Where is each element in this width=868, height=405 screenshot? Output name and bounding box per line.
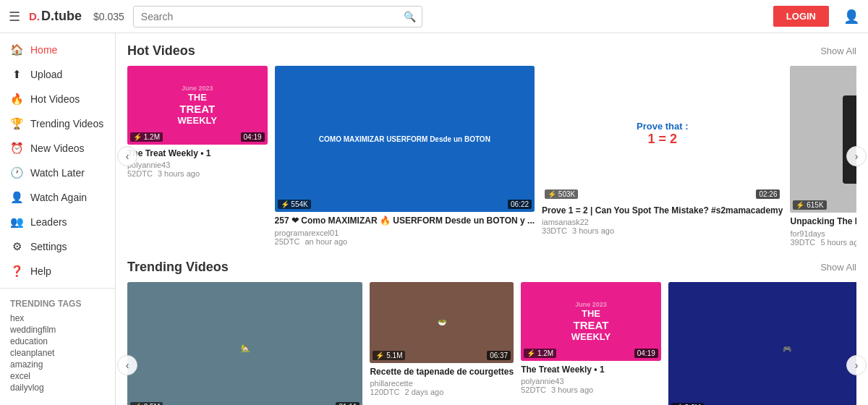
header: ☰ D.D.tube $0.035 🔍 LOGIN 👤 bbox=[0, 0, 868, 33]
user-icon[interactable]: 👤 bbox=[843, 9, 859, 25]
video-duration: 04:19 bbox=[634, 349, 658, 358]
sidebar-item-watch-again[interactable]: 👤 Watch Again bbox=[0, 185, 115, 210]
video-card[interactable]: June 2023 THE TREAT WEEKLY ⚡ 1.2M 04:19 … bbox=[521, 282, 661, 405]
logo[interactable]: D.D.tube bbox=[29, 9, 82, 24]
video-time: 3 hours ago bbox=[572, 226, 614, 235]
sidebar-item-label: Help bbox=[30, 265, 51, 277]
sidebar-item-trending-videos[interactable]: 🏆 Trending Videos bbox=[0, 111, 115, 136]
trending-videos-title: Trending Videos bbox=[127, 260, 229, 275]
video-card[interactable]: 🎮 ⚡ 3.6M 04:33 Think wrong best clutch P… bbox=[668, 282, 856, 405]
tag-dailyvlog[interactable]: dailyvlog bbox=[10, 383, 105, 393]
hot-carousel-right[interactable]: › bbox=[846, 146, 867, 166]
video-meta: polyannie43 52DTC 3 hours ago bbox=[127, 161, 268, 178]
video-duration: 06:37 bbox=[487, 351, 511, 360]
video-info: Unpacking The New MacBook Air 15 inch 20… bbox=[790, 216, 856, 247]
tag-education[interactable]: education bbox=[10, 336, 105, 346]
video-author: programarexcel01 bbox=[275, 229, 339, 237]
video-title: The Treat Weekly • 1 bbox=[521, 364, 661, 376]
video-info: The Treat Weekly • 1 polyannie43 52DTC 3… bbox=[127, 148, 268, 179]
help-icon: ❓ bbox=[10, 265, 23, 278]
video-info: 257 ❤ Como MAXIMIZAR 🔥 USERFORM Desde un… bbox=[275, 216, 535, 246]
sidebar-item-label: Upload bbox=[30, 69, 62, 80]
video-info: Recette de tapenade de courgettes philla… bbox=[370, 367, 514, 397]
sidebar-item-label: Hot Videos bbox=[30, 93, 80, 105]
clock-icon: ⏰ bbox=[10, 142, 23, 155]
tag-list: hex weddingfilm education cleanplanet am… bbox=[10, 313, 105, 393]
sidebar-item-settings[interactable]: ⚙ Settings bbox=[0, 234, 115, 259]
section-header-trending: Trending Videos Show All bbox=[127, 260, 856, 275]
search-button[interactable]: 🔍 bbox=[398, 11, 422, 22]
video-duration: 01:11 bbox=[336, 402, 359, 405]
video-dtc: 120DTC bbox=[370, 388, 399, 396]
hot-videos-row: June 2023 THE TREAT WEEKLY ⚡ 1.2M 04:19 … bbox=[127, 66, 856, 247]
sidebar-item-label: Watch Again bbox=[30, 192, 87, 203]
video-power: ⚡ 5.1M bbox=[373, 351, 405, 360]
video-card[interactable]: 🥗 ⚡ 5.1M 06:37 Recette de tapenade de co… bbox=[370, 282, 514, 405]
sidebar-item-new-videos[interactable]: ⏰ New Videos bbox=[0, 136, 115, 161]
video-title: Prove 1 = 2 | Can You Spot The Mistake? … bbox=[542, 205, 783, 217]
video-power: ⚡ 2.5M bbox=[130, 402, 163, 405]
video-title: 257 ❤ Como MAXIMIZAR 🔥 USERFORM Desde un… bbox=[275, 216, 535, 227]
section-header-hot: Hot Videos Show All bbox=[127, 43, 856, 59]
video-card[interactable]: COMO MAXIMIZAR USERFORM Desde un BOTON ⚡… bbox=[275, 66, 535, 247]
video-meta: phillarecette 120DTC 2 days ago bbox=[370, 379, 514, 396]
trending-videos-show-all[interactable]: Show All bbox=[820, 262, 856, 273]
sidebar-item-help[interactable]: ❓ Help bbox=[0, 259, 115, 284]
video-author: phillarecette bbox=[370, 379, 412, 388]
video-dtc: 52DTC bbox=[521, 385, 546, 394]
video-card[interactable]: Prove that : 1 = 2 ⚡ 503K 02:26 Prove 1 … bbox=[542, 66, 783, 247]
search-input[interactable] bbox=[134, 7, 398, 27]
video-thumbnail: June 2023 THE TREAT WEEKLY ⚡ 1.2M 04:19 bbox=[521, 282, 661, 361]
video-time: 3 hours ago bbox=[158, 169, 200, 178]
trending-videos-row: 🏡 ⚡ 2.5M 01:11 Lauren & Taylor Huskey We… bbox=[127, 282, 856, 405]
video-time: an hour ago bbox=[305, 237, 348, 246]
video-meta: iamsanask22 33DTC 3 hours ago bbox=[542, 218, 783, 235]
video-meta: for91days 39DTC 5 hours ago bbox=[790, 229, 856, 247]
video-duration: 04:19 bbox=[241, 132, 265, 142]
video-power: ⚡ 554K bbox=[278, 200, 311, 209]
hot-carousel-left[interactable]: ‹ bbox=[117, 146, 137, 166]
video-power: ⚡ 615K bbox=[793, 200, 826, 210]
video-card[interactable]: June 2023 THE TREAT WEEKLY ⚡ 1.2M 04:19 … bbox=[127, 66, 268, 247]
tag-weddingfilm[interactable]: weddingfilm bbox=[10, 325, 105, 335]
video-thumbnail: 🏡 ⚡ 2.5M 01:11 bbox=[127, 282, 362, 405]
video-info: The Treat Weekly • 1 polyannie43 52DTC 3… bbox=[521, 364, 661, 395]
fire-icon: 🔥 bbox=[10, 93, 23, 106]
menu-icon[interactable]: ☰ bbox=[9, 9, 20, 25]
login-button[interactable]: LOGIN bbox=[773, 6, 829, 27]
hot-videos-show-all[interactable]: Show All bbox=[820, 46, 856, 56]
video-title: The Treat Weekly • 1 bbox=[127, 148, 268, 160]
sidebar-item-watch-later[interactable]: 🕐 Watch Later bbox=[0, 161, 115, 185]
trending-tags-title: TRENDING TAGS bbox=[10, 299, 105, 309]
video-power: ⚡ 1.2M bbox=[130, 132, 163, 142]
trending-icon: 🏆 bbox=[10, 117, 23, 130]
video-card[interactable]: 🏡 ⚡ 2.5M 01:11 Lauren & Taylor Huskey We… bbox=[127, 282, 362, 405]
trending-videos-section: Trending Videos Show All ‹ 🏡 ⚡ 2.5M 01:1… bbox=[127, 260, 856, 405]
video-thumbnail: 🎮 ⚡ 3.6M 04:33 bbox=[668, 282, 856, 405]
hot-videos-title: Hot Videos bbox=[127, 43, 195, 59]
sidebar-item-leaders[interactable]: 👥 Leaders bbox=[0, 210, 115, 234]
video-duration: 06:22 bbox=[508, 200, 532, 209]
tag-amazing[interactable]: amazing bbox=[10, 359, 105, 370]
video-thumbnail: Prove that : 1 = 2 ⚡ 503K 02:26 bbox=[542, 66, 783, 202]
settings-icon: ⚙ bbox=[10, 240, 23, 253]
sidebar-item-label: Watch Later bbox=[30, 167, 85, 179]
video-thumbnail: June 2023 THE TREAT WEEKLY ⚡ 1.2M 04:19 bbox=[127, 66, 268, 145]
video-thumbnail: 🥗 ⚡ 5.1M 06:37 bbox=[370, 282, 514, 363]
tag-hex[interactable]: hex bbox=[10, 313, 105, 323]
tag-cleanplanet[interactable]: cleanplanet bbox=[10, 348, 105, 358]
main-layout: 🏠 Home ⬆ Upload 🔥 Hot Videos 🏆 Trending … bbox=[0, 33, 868, 405]
search-bar: 🔍 bbox=[133, 6, 422, 27]
upload-icon: ⬆ bbox=[10, 68, 23, 81]
sidebar-item-label: Settings bbox=[30, 241, 67, 252]
trending-carousel-right[interactable]: › bbox=[846, 355, 867, 375]
video-dtc: 25DTC bbox=[275, 237, 300, 246]
watch-again-icon: 👤 bbox=[10, 191, 23, 204]
tag-excel[interactable]: excel bbox=[10, 371, 105, 381]
video-duration: 02:26 bbox=[756, 189, 780, 199]
sidebar-item-upload[interactable]: ⬆ Upload bbox=[0, 62, 115, 87]
sidebar-item-hot-videos[interactable]: 🔥 Hot Videos bbox=[0, 87, 115, 111]
sidebar-item-home[interactable]: 🏠 Home bbox=[0, 38, 115, 62]
sidebar-item-label: New Videos bbox=[30, 142, 84, 154]
hot-videos-carousel: ‹ June 2023 THE TREAT WEEKLY ⚡ 1.2M bbox=[127, 66, 856, 247]
